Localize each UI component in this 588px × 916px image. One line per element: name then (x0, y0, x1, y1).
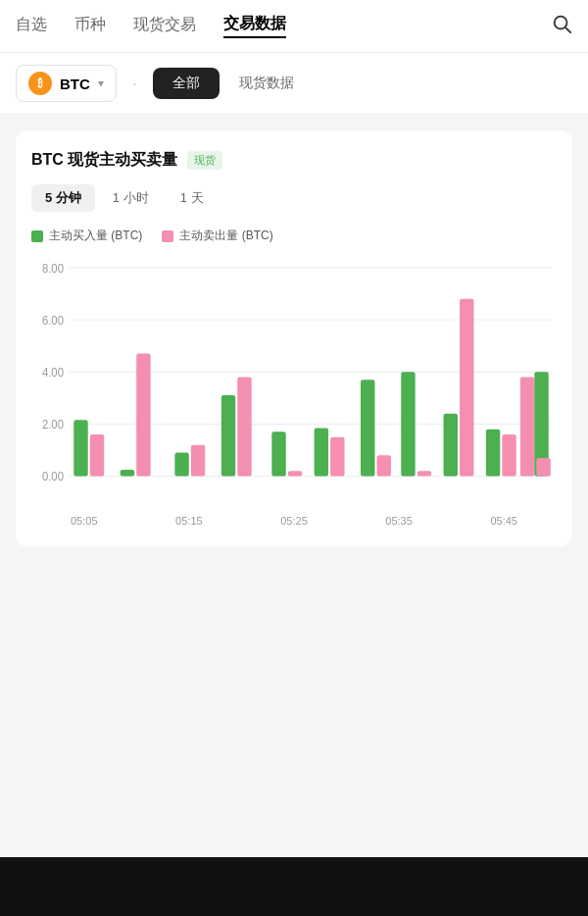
nav-item-currency[interactable]: 币种 (74, 15, 106, 37)
svg-rect-25 (377, 455, 391, 476)
svg-rect-30 (486, 430, 500, 477)
x-label-0535: 05:35 (385, 515, 413, 527)
x-label-0525: 05:25 (280, 515, 308, 527)
legend-sell-dot (162, 230, 173, 242)
svg-text:6.00: 6.00 (42, 313, 64, 328)
chart-card: BTC 现货主动买卖量 现货 5 分钟 1 小时 1 天 主动买入量 (BTC)… (16, 130, 572, 546)
nav-item-trade-data[interactable]: 交易数据 (223, 14, 286, 38)
svg-rect-29 (460, 299, 473, 477)
separator: · (132, 74, 137, 94)
svg-rect-13 (90, 434, 104, 477)
svg-text:4.00: 4.00 (42, 365, 64, 380)
x-label-0515: 05:15 (175, 515, 203, 527)
svg-text:2.00: 2.00 (42, 417, 64, 432)
svg-rect-26 (401, 372, 415, 476)
svg-text:8.00: 8.00 (42, 261, 64, 276)
svg-rect-14 (121, 470, 134, 477)
svg-rect-24 (361, 380, 374, 476)
chevron-down-icon: ▾ (98, 76, 104, 90)
bar-chart: 8.00 6.00 4.00 2.00 0.00 (31, 256, 557, 511)
spot-badge: 现货 (187, 151, 222, 170)
svg-rect-34 (536, 458, 550, 477)
nav-item-spot-trade[interactable]: 现货交易 (133, 15, 196, 37)
nav-item-watchlist[interactable]: 自选 (16, 15, 47, 37)
svg-rect-22 (315, 428, 328, 476)
svg-line-1 (565, 27, 570, 32)
time-tab-5min[interactable]: 5 分钟 (31, 184, 95, 212)
svg-rect-28 (444, 414, 458, 477)
svg-rect-15 (136, 354, 150, 477)
card-title: BTC 现货主动买卖量 (31, 150, 177, 171)
time-tab-1hour[interactable]: 1 小时 (99, 184, 163, 212)
bottom-bar (0, 857, 588, 916)
chart-legend: 主动买入量 (BTC) 主动卖出量 (BTC) (31, 228, 557, 244)
svg-text:0.00: 0.00 (42, 470, 64, 484)
svg-rect-31 (502, 434, 515, 477)
time-tab-1day[interactable]: 1 天 (167, 184, 218, 212)
type-btn-spot[interactable]: 现货数据 (220, 68, 314, 99)
legend-buy-dot (31, 230, 43, 242)
svg-rect-32 (520, 378, 534, 477)
svg-rect-16 (174, 453, 188, 477)
search-icon[interactable] (551, 13, 572, 39)
coin-label: BTC (60, 76, 90, 92)
main-content: BTC 现货主动买卖量 现货 5 分钟 1 小时 1 天 主动买入量 (BTC)… (0, 115, 588, 562)
legend-sell-label: 主动卖出量 (BTC) (179, 228, 272, 244)
x-label-0505: 05:05 (71, 515, 98, 527)
top-navigation: 自选 币种 现货交易 交易数据 (0, 0, 588, 53)
type-btn-all[interactable]: 全部 (153, 68, 220, 99)
svg-rect-18 (221, 395, 235, 476)
type-button-group: 全部 现货数据 (153, 68, 314, 99)
chart-container: 8.00 6.00 4.00 2.00 0.00 (31, 256, 557, 527)
svg-rect-23 (330, 437, 344, 477)
svg-rect-12 (74, 420, 87, 476)
svg-rect-20 (271, 432, 285, 476)
nav-items: 自选 币种 现货交易 交易数据 (16, 14, 551, 38)
svg-rect-19 (237, 378, 251, 477)
coin-selector[interactable]: ₿ BTC ▾ (16, 65, 117, 102)
time-tabs: 5 分钟 1 小时 1 天 (31, 184, 557, 212)
card-title-row: BTC 现货主动买卖量 现货 (31, 150, 557, 171)
btc-icon: ₿ (28, 72, 52, 95)
legend-buy: 主动买入量 (BTC) (31, 228, 142, 244)
svg-rect-27 (417, 471, 431, 476)
x-label-0545: 05:45 (490, 515, 517, 527)
x-axis-labels: 05:05 05:15 05:25 05:35 05:45 (31, 511, 557, 527)
svg-rect-17 (191, 445, 205, 477)
svg-rect-21 (288, 471, 302, 476)
legend-sell: 主动卖出量 (BTC) (162, 228, 272, 244)
legend-buy-label: 主动买入量 (BTC) (49, 228, 142, 244)
filter-bar: ₿ BTC ▾ · 全部 现货数据 (0, 53, 588, 115)
